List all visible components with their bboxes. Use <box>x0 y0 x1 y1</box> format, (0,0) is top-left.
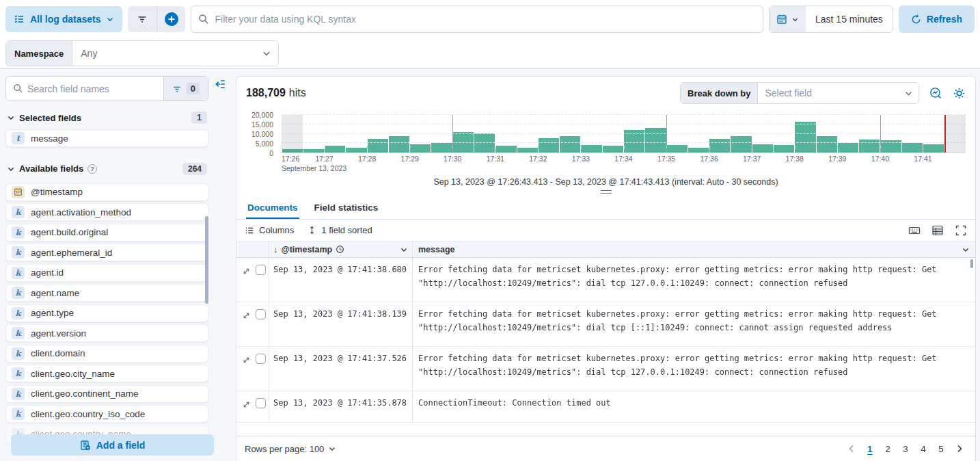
histogram-bar[interactable] <box>859 140 880 153</box>
rows-per-page-button[interactable]: Rows per page: 100 <box>245 444 336 454</box>
field-item[interactable]: kclient.geo.country_iso_code <box>5 405 208 423</box>
help-icon[interactable]: ? <box>87 164 97 174</box>
histogram-bar[interactable] <box>709 139 730 153</box>
next-page-icon[interactable] <box>952 444 967 453</box>
field-name: agent.activation_method <box>31 207 131 218</box>
histogram-chart[interactable]: 05,00010,00015,00020,000 17:2617:2717:28… <box>241 109 968 172</box>
histogram-bar[interactable] <box>325 146 345 153</box>
histogram-bar[interactable] <box>581 145 601 153</box>
page-number-2[interactable]: 2 <box>881 443 895 456</box>
histogram-bar[interactable] <box>688 148 709 153</box>
field-item[interactable]: kagent.activation_method <box>5 203 208 221</box>
sort-fields-button[interactable]: 1 field sorted <box>308 225 372 235</box>
histogram-bar[interactable] <box>603 146 623 153</box>
field-name: agent.ephemeral_id <box>31 248 112 258</box>
histogram-bar[interactable] <box>752 144 773 153</box>
selected-fields-header[interactable]: Selected fields 1 <box>5 111 208 124</box>
collapse-sidebar-icon[interactable] <box>214 78 226 90</box>
field-item[interactable]: kclient.geo.continent_name <box>5 385 208 403</box>
namespace-label: Namespace <box>6 41 72 66</box>
histogram-bar[interactable] <box>303 149 324 153</box>
columns-button[interactable]: Columns <box>245 225 294 235</box>
field-name: client.geo.continent_name <box>31 388 139 399</box>
fullscreen-icon[interactable] <box>955 224 967 237</box>
add-field-button[interactable]: Add a field <box>11 434 214 456</box>
sidebar-scrollbar[interactable] <box>205 216 208 304</box>
row-checkbox[interactable] <box>256 398 266 408</box>
row-checkbox[interactable] <box>256 309 266 319</box>
histogram-bar[interactable] <box>731 136 751 153</box>
expand-document-icon[interactable] <box>242 311 251 320</box>
chevron-down-icon[interactable] <box>899 83 918 103</box>
page-number-3[interactable]: 3 <box>899 443 912 456</box>
row-checkbox[interactable] <box>256 265 266 275</box>
expand-document-icon[interactable] <box>242 267 251 276</box>
message-cell: ConnectionTimeout: Connection timed out <box>413 391 975 422</box>
histogram-bar[interactable] <box>517 148 538 153</box>
field-item[interactable]: kagent.version <box>5 324 208 342</box>
row-checkbox[interactable] <box>256 354 266 364</box>
chart-options-gear-icon[interactable] <box>953 87 966 100</box>
field-item[interactable]: tmessage <box>5 129 208 147</box>
field-item[interactable]: kclient.geo.city_name <box>5 365 208 382</box>
histogram-bar[interactable] <box>817 136 837 153</box>
field-item[interactable]: kagent.build.original <box>5 224 208 241</box>
expand-document-icon[interactable] <box>242 400 251 409</box>
page-number-4[interactable]: 4 <box>916 443 930 456</box>
histogram-bar[interactable] <box>560 136 580 153</box>
add-query-button[interactable] <box>156 6 185 32</box>
add-filter-button[interactable] <box>128 6 156 32</box>
expand-document-icon[interactable] <box>242 356 251 365</box>
histogram-bar[interactable] <box>774 145 794 153</box>
histogram-bar[interactable] <box>902 143 923 153</box>
chevron-down-icon[interactable] <box>962 246 970 254</box>
field-item[interactable]: kagent.type <box>5 304 208 322</box>
chevron-down-icon[interactable] <box>400 246 408 254</box>
field-filter-button[interactable]: 0 <box>163 77 208 101</box>
histogram-bar[interactable] <box>389 136 409 153</box>
histogram-bar[interactable] <box>645 128 666 153</box>
tab-documents[interactable]: Documents <box>246 197 299 219</box>
histogram-bar[interactable] <box>431 143 452 153</box>
histogram-bar[interactable] <box>539 138 559 153</box>
table-scrollbar[interactable] <box>970 259 973 268</box>
histogram-bar[interactable] <box>368 139 388 153</box>
field-search-input[interactable] <box>27 77 163 101</box>
field-item[interactable]: kclient.domain <box>5 345 208 363</box>
breakdown-select[interactable]: Select field <box>758 83 899 103</box>
refresh-button[interactable]: Refresh <box>899 5 975 33</box>
timestamp-cell: Sep 13, 2023 @ 17:41:37.526 <box>269 347 413 391</box>
kql-query-input[interactable] <box>215 14 756 25</box>
table-header-message[interactable]: message <box>413 241 975 257</box>
field-item[interactable]: kagent.name <box>5 284 208 302</box>
field-item[interactable]: kagent.ephemeral_id <box>5 243 208 261</box>
resize-handle[interactable] <box>601 190 612 196</box>
histogram-bar[interactable] <box>667 145 688 153</box>
timestamp-cell: Sep 13, 2023 @ 17:41:38.139 <box>269 302 413 346</box>
histogram-bar[interactable] <box>838 143 858 153</box>
histogram-bar[interactable] <box>410 144 431 153</box>
edit-visualization-icon[interactable] <box>929 87 942 100</box>
field-name: agent.id <box>31 267 64 278</box>
chevron-down-icon[interactable] <box>255 41 278 66</box>
field-item[interactable]: kagent.id <box>5 264 208 282</box>
date-picker-calendar-button[interactable] <box>770 6 806 32</box>
display-options-icon[interactable] <box>931 224 944 237</box>
histogram-bar[interactable] <box>923 144 944 153</box>
tab-field-statistics[interactable]: Field statistics <box>313 197 380 219</box>
field-item[interactable]: @timestamp <box>5 183 208 201</box>
keyboard-shortcuts-icon[interactable] <box>908 224 921 237</box>
page-number-5[interactable]: 5 <box>934 443 948 456</box>
dataset-selector-button[interactable]: All log datasets <box>5 6 122 32</box>
table-header-timestamp[interactable]: ↓ @timestamp <box>269 241 413 257</box>
field-search-bar: 0 <box>5 76 208 101</box>
x-axis-tick-label: 17:39 <box>828 155 846 163</box>
time-range-value[interactable]: Last 15 minutes <box>806 6 893 32</box>
namespace-value[interactable]: Any <box>72 41 255 66</box>
previous-page-icon[interactable] <box>844 444 859 453</box>
histogram-bar[interactable] <box>495 146 516 153</box>
histogram-bar[interactable] <box>346 148 366 153</box>
histogram-bar[interactable] <box>795 122 815 153</box>
page-number-1[interactable]: 1 <box>863 443 877 456</box>
available-fields-header[interactable]: Available fields ? 264 <box>5 162 208 176</box>
